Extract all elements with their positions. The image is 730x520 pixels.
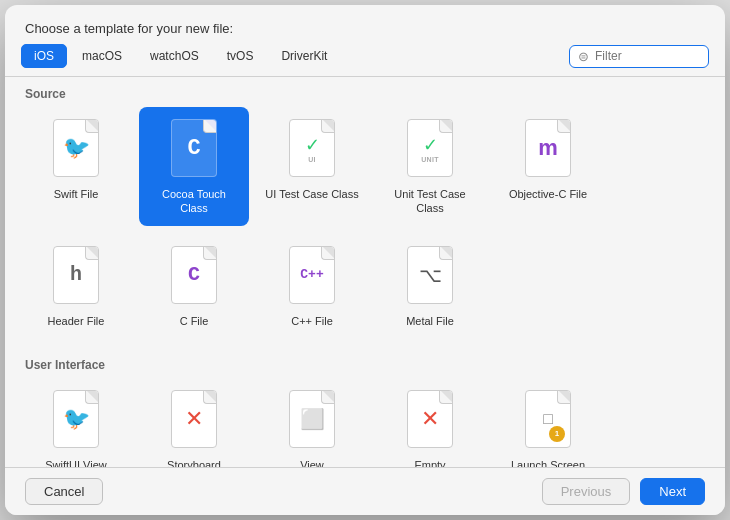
tab-ios[interactable]: iOS	[21, 44, 67, 68]
item-storyboard[interactable]: ✕ Storyboard	[139, 378, 249, 467]
item-header-file[interactable]: h Header File	[21, 234, 131, 338]
storyboard-label: Storyboard	[167, 458, 221, 467]
item-metal-file[interactable]: ⌥ Metal File	[375, 234, 485, 338]
template-dialog: Choose a template for your new file: iOS…	[5, 5, 725, 515]
item-objective-c-file[interactable]: m Objective-C File	[493, 107, 603, 226]
unit-test-label: Unit Test Case Class	[383, 187, 477, 216]
cpp-label: C++ File	[291, 314, 333, 328]
item-cpp-file[interactable]: C++ C++ File	[257, 234, 367, 338]
previous-button[interactable]: Previous	[542, 478, 631, 505]
tab-bar: iOS macOS watchOS tvOS DriverKit ⊜	[5, 44, 725, 77]
swiftui-icon: 🐦	[50, 388, 102, 450]
item-empty[interactable]: ✕ Empty	[375, 378, 485, 467]
section-source-label: Source	[21, 77, 709, 107]
view-icon: ⬜	[286, 388, 338, 450]
swift-file-icon: 🐦	[50, 117, 102, 179]
c-file-icon: C	[168, 244, 220, 306]
tab-watchos[interactable]: watchOS	[137, 44, 212, 68]
unit-test-icon: ✓ UNIT	[404, 117, 456, 179]
metal-icon: ⌥	[404, 244, 456, 306]
search-box[interactable]: ⊜	[569, 45, 709, 68]
footer-right: Previous Next	[542, 478, 705, 505]
search-input[interactable]	[595, 49, 700, 63]
ui-items-grid: 🐦 SwiftUI View ✕ Storyboard	[21, 378, 709, 467]
item-ui-test-case-class[interactable]: ✓ UI UI Test Case Class	[257, 107, 367, 226]
empty-label: Empty	[414, 458, 445, 467]
item-c-file[interactable]: C C File	[139, 234, 249, 338]
item-view[interactable]: ⬜ View	[257, 378, 367, 467]
dialog-title: Choose a template for your new file:	[5, 5, 725, 44]
launch-screen-icon: □ 1	[522, 388, 574, 450]
objc-label: Objective-C File	[509, 187, 587, 201]
next-button[interactable]: Next	[640, 478, 705, 505]
swiftui-label: SwiftUI View	[45, 458, 107, 467]
objc-icon: m	[522, 117, 574, 179]
launch-screen-label: Launch Screen	[511, 458, 585, 467]
footer: Cancel Previous Next	[5, 467, 725, 515]
item-unit-test-case-class[interactable]: ✓ UNIT Unit Test Case Class	[375, 107, 485, 226]
source-items-grid: 🐦 Swift File C Cocoa Touch Class	[21, 107, 709, 348]
c-file-label: C File	[180, 314, 209, 328]
cpp-icon: C++	[286, 244, 338, 306]
tab-driverkit[interactable]: DriverKit	[268, 44, 340, 68]
item-cocoa-touch-class[interactable]: C Cocoa Touch Class	[139, 107, 249, 226]
metal-label: Metal File	[406, 314, 454, 328]
tab-macos[interactable]: macOS	[69, 44, 135, 68]
header-icon: h	[50, 244, 102, 306]
item-swiftui-view[interactable]: 🐦 SwiftUI View	[21, 378, 131, 467]
item-launch-screen[interactable]: □ 1 Launch Screen	[493, 378, 603, 467]
cocoa-touch-label: Cocoa Touch Class	[147, 187, 241, 216]
ui-test-icon: ✓ UI	[286, 117, 338, 179]
cocoa-touch-icon: C	[168, 117, 220, 179]
section-ui-label: User Interface	[21, 348, 709, 378]
view-label: View	[300, 458, 324, 467]
tab-tvos[interactable]: tvOS	[214, 44, 267, 68]
filter-icon: ⊜	[578, 49, 589, 64]
storyboard-icon: ✕	[168, 388, 220, 450]
content-area: Source 🐦 Swift File C	[5, 77, 725, 467]
item-swift-file[interactable]: 🐦 Swift File	[21, 107, 131, 226]
ui-test-label: UI Test Case Class	[265, 187, 358, 201]
cancel-button[interactable]: Cancel	[25, 478, 103, 505]
swift-file-label: Swift File	[54, 187, 99, 201]
header-label: Header File	[48, 314, 105, 328]
empty-icon: ✕	[404, 388, 456, 450]
